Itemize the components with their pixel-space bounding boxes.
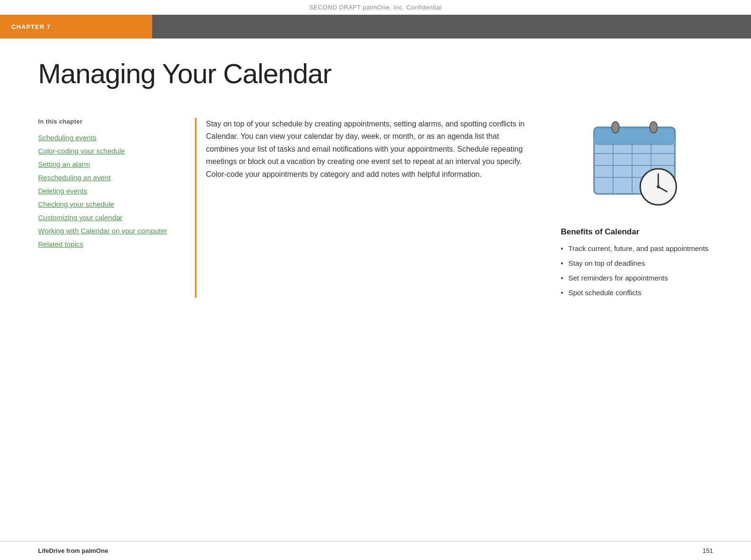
list-item: Set reminders for appointments [561,273,713,283]
benefits-section: Benefits of Calendar Track current, futu… [561,227,713,298]
footer: LifeDrive from palmOne 151 [0,541,751,560]
list-item: Checking your schedule [38,200,176,209]
checking-schedule-link[interactable]: Checking your schedule [38,200,114,208]
list-item: Spot schedule conflicts [561,288,713,298]
list-item: Rescheduling an event [38,174,176,182]
color-coding-link[interactable]: Color-coding your schedule [38,147,125,155]
description-text: Stay on top of your schedule by creating… [206,118,532,181]
chapter-bar: CHAPTER 7 [0,15,751,39]
working-with-computer-link[interactable]: Working with Calendar on your computer [38,227,167,235]
rescheduling-link[interactable]: Rescheduling an event [38,174,111,182]
calendar-illustration [585,118,689,213]
list-item: Scheduling events [38,134,176,142]
right-column: Benefits of Calendar Track current, futu… [551,118,713,298]
setting-alarm-link[interactable]: Setting an alarm [38,160,90,168]
svg-point-9 [612,122,619,133]
main-content: Managing Your Calendar In this chapter S… [0,39,751,298]
chapter-bar-right [152,15,751,39]
middle-column: Stay on top of your schedule by creating… [195,118,551,298]
list-item: Color-coding your schedule [38,147,176,155]
list-item: Deleting events [38,187,176,195]
page-title: Managing Your Calendar [38,58,713,89]
footer-brand: LifeDrive from palmOne [38,547,108,554]
list-item: Working with Calendar on your computer [38,227,176,235]
svg-point-10 [650,122,657,133]
benefits-title: Benefits of Calendar [561,227,713,237]
toc-links: Scheduling events Color-coding your sche… [38,134,176,249]
scheduling-events-link[interactable]: Scheduling events [38,134,97,142]
benefit-item: Set reminders for appointments [568,274,668,282]
left-column: In this chapter Scheduling events Color-… [38,118,190,298]
watermark-text: SECOND DRAFT palmOne, Inc. Confidential [309,4,442,11]
benefit-item: Track current, future, and past appointm… [568,244,709,252]
in-this-chapter-label: In this chapter [38,118,176,125]
list-item: Stay on top of deadlines [561,258,713,268]
watermark-bar: SECOND DRAFT palmOne, Inc. Confidential [0,0,751,15]
list-item: Related topics [38,240,176,249]
content-columns: In this chapter Scheduling events Color-… [38,118,713,298]
benefits-list: Track current, future, and past appointm… [561,243,713,298]
chapter-label-box: CHAPTER 7 [0,15,152,39]
svg-rect-2 [594,138,675,144]
customizing-link[interactable]: Customizing your calendar [38,213,123,222]
benefit-item: Stay on top of deadlines [568,259,645,267]
related-topics-link[interactable]: Related topics [38,240,83,248]
list-item: Customizing your calendar [38,213,176,222]
list-item: Setting an alarm [38,160,176,169]
chapter-label: CHAPTER 7 [11,23,51,30]
deleting-events-link[interactable]: Deleting events [38,187,87,195]
list-item: Track current, future, and past appointm… [561,243,713,253]
benefit-item: Spot schedule conflicts [568,289,641,297]
footer-page-number: 151 [702,547,713,554]
